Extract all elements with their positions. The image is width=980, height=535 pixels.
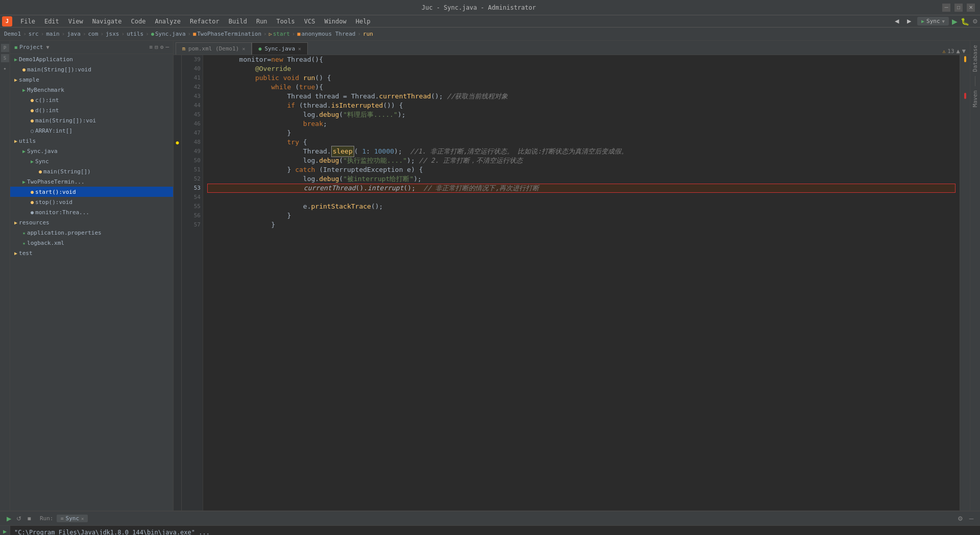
- bc-run[interactable]: run: [363, 31, 373, 37]
- menu-build[interactable]: Build: [225, 17, 251, 26]
- gutter-44: [174, 101, 181, 110]
- forward-button[interactable]: ▶: [904, 16, 914, 27]
- tree-item-2[interactable]: ▶sample: [10, 74, 173, 85]
- bc-twophase[interactable]: ■ TwoPhaseTermination: [193, 31, 261, 37]
- maven-panel-label[interactable]: Maven: [971, 86, 979, 111]
- tree-item-11[interactable]: ●main(String[]): [10, 166, 173, 176]
- tab-pomxml[interactable]: m pom.xml (Demo1) ✕: [176, 42, 252, 55]
- bc-jsxs[interactable]: jsxs: [106, 31, 119, 37]
- ln-54: 54: [184, 193, 201, 202]
- bookmark-icon[interactable]: ★: [1, 64, 9, 72]
- tree-item-14[interactable]: ●stop():void: [10, 197, 173, 207]
- warning-up[interactable]: ▲: [957, 47, 960, 55]
- tree-item-19[interactable]: ▶test: [10, 248, 173, 258]
- menu-code[interactable]: Code: [127, 17, 150, 26]
- code-content[interactable]: monitor=new Thread(){ @Override public v…: [203, 55, 960, 511]
- tab-pom-close[interactable]: ✕: [242, 46, 245, 52]
- tree-item-7[interactable]: ○ARRAY:int[]: [10, 125, 173, 136]
- console-settings-button[interactable]: ⚙: [955, 514, 965, 523]
- run-stop-button[interactable]: ■: [24, 514, 34, 523]
- back-button[interactable]: ◀: [892, 16, 902, 27]
- menu-analyze[interactable]: Analyze: [151, 17, 185, 26]
- bc-com[interactable]: com: [88, 31, 99, 37]
- tree-item-1[interactable]: ●main(String[]):void: [10, 64, 173, 74]
- console-area[interactable]: "C:\Program Files\Java\jdk1.8.0_144\bin\…: [10, 526, 980, 535]
- editor-area: m pom.xml (Demo1) ✕ ● Sync.java ✕ ⚠ 13 ▲…: [174, 41, 970, 511]
- project-settings-icon[interactable]: ⚙: [160, 44, 164, 50]
- tab-sync-close[interactable]: ✕: [298, 46, 301, 52]
- minimize-button[interactable]: ─: [942, 4, 950, 12]
- project-expand-icon[interactable]: ≡: [150, 44, 153, 50]
- menu-vcs[interactable]: VCS: [300, 17, 320, 26]
- menu-file[interactable]: File: [16, 17, 39, 26]
- bc-src[interactable]: src: [29, 31, 39, 37]
- run-tab-sync[interactable]: ≡ Sync ✕: [57, 515, 88, 522]
- tree-icon-4: ●: [31, 97, 34, 103]
- tree-label-3: MyBenchmark: [27, 87, 64, 93]
- code-line-42: while (true){: [207, 83, 955, 92]
- tree-item-16[interactable]: ▶resources: [10, 217, 173, 227]
- bc-syncjava[interactable]: ● Sync.java: [151, 31, 186, 37]
- tab-syncjava[interactable]: ● Sync.java ✕: [252, 42, 308, 55]
- gutter-43: [174, 92, 181, 101]
- sync-chevron: ▼: [942, 19, 945, 24]
- tree-item-4[interactable]: ●c():int: [10, 95, 173, 105]
- menu-window[interactable]: Window: [320, 17, 350, 26]
- bc-utils[interactable]: utils: [127, 31, 143, 37]
- run-tab-close[interactable]: ✕: [81, 516, 84, 521]
- console-minimize-button[interactable]: ─: [967, 514, 976, 523]
- bc-main[interactable]: main: [46, 31, 60, 37]
- tree-item-17[interactable]: ★application.properties: [10, 227, 173, 238]
- menu-refactor[interactable]: Refactor: [186, 17, 224, 26]
- structure-icon[interactable]: S: [1, 54, 9, 62]
- project-panel: ◼ Project ▼ ≡ ⊟ ⚙ ─ ▶Demo1Application●ma…: [10, 41, 174, 511]
- bc-start[interactable]: ▷ start: [269, 31, 290, 37]
- project-close-icon[interactable]: ─: [165, 44, 169, 50]
- run-button[interactable]: ▶: [952, 17, 958, 26]
- project-dropdown[interactable]: ▼: [46, 44, 49, 50]
- menu-view[interactable]: View: [64, 17, 87, 26]
- menu-edit[interactable]: Edit: [40, 17, 63, 26]
- debug-button[interactable]: 🐛: [961, 17, 969, 26]
- tree-item-6[interactable]: ●main(String[]):voi: [10, 115, 173, 125]
- sync-dropdown[interactable]: ▶ Sync ▼: [917, 17, 949, 26]
- tree-icon-15: ●: [31, 210, 34, 215]
- tree-item-0[interactable]: ▶Demo1Application: [10, 54, 173, 64]
- menu-run[interactable]: Run: [252, 17, 272, 26]
- tree-item-9[interactable]: ▶Sync.java: [10, 146, 173, 156]
- ln-49: 49: [184, 147, 201, 156]
- menu-help[interactable]: Help: [352, 17, 375, 26]
- tree-item-5[interactable]: ●d():int: [10, 105, 173, 115]
- tree-item-18[interactable]: ★logback.xml: [10, 238, 173, 248]
- line-numbers: 39 40 41 42 43 44 45 46 47 48 49 50 51 5…: [182, 55, 203, 511]
- ln-45: 45: [184, 110, 201, 119]
- menu-tools[interactable]: Tools: [273, 17, 299, 26]
- warning-down[interactable]: ▼: [962, 47, 966, 55]
- tree-item-3[interactable]: ▶MyBenchmark: [10, 85, 173, 95]
- console-run-icon[interactable]: ▶: [2, 528, 9, 535]
- app-logo: J: [6, 18, 9, 24]
- project-icon[interactable]: P: [1, 44, 9, 52]
- gutter-47: [174, 129, 181, 138]
- menu-navigate[interactable]: Navigate: [88, 17, 126, 26]
- code-line-47: }: [207, 129, 955, 138]
- tree-item-12[interactable]: ▶TwoPhaseTermin...: [10, 176, 173, 187]
- project-collapse-icon[interactable]: ⊟: [155, 44, 158, 50]
- database-panel-label[interactable]: Database: [971, 41, 979, 76]
- bc-demo1[interactable]: Demo1: [4, 31, 21, 37]
- run-rerun-button[interactable]: ↺: [14, 514, 23, 523]
- run-play-button[interactable]: ▶: [4, 514, 13, 523]
- maximize-button[interactable]: □: [954, 4, 963, 12]
- tree-item-15[interactable]: ●monitor:Threa...: [10, 207, 173, 217]
- bc-java[interactable]: java: [67, 31, 81, 37]
- code-line-50: log.debug("执行监控功能...."); // 2. 正常打断，不清空运…: [207, 156, 955, 165]
- tree-item-10[interactable]: ▶Sync: [10, 156, 173, 166]
- run-tab-icon: ≡: [61, 516, 64, 521]
- settings-button[interactable]: ⚙: [972, 18, 978, 25]
- bc-anon[interactable]: ■ anonymous Thread: [297, 31, 355, 37]
- ln-50: 50: [184, 156, 201, 165]
- tree-item-8[interactable]: ▶utils: [10, 136, 173, 146]
- tree-item-13[interactable]: ●start():void: [10, 187, 173, 197]
- tree-icon-8: ▶: [14, 138, 17, 144]
- close-button[interactable]: ✕: [967, 4, 975, 12]
